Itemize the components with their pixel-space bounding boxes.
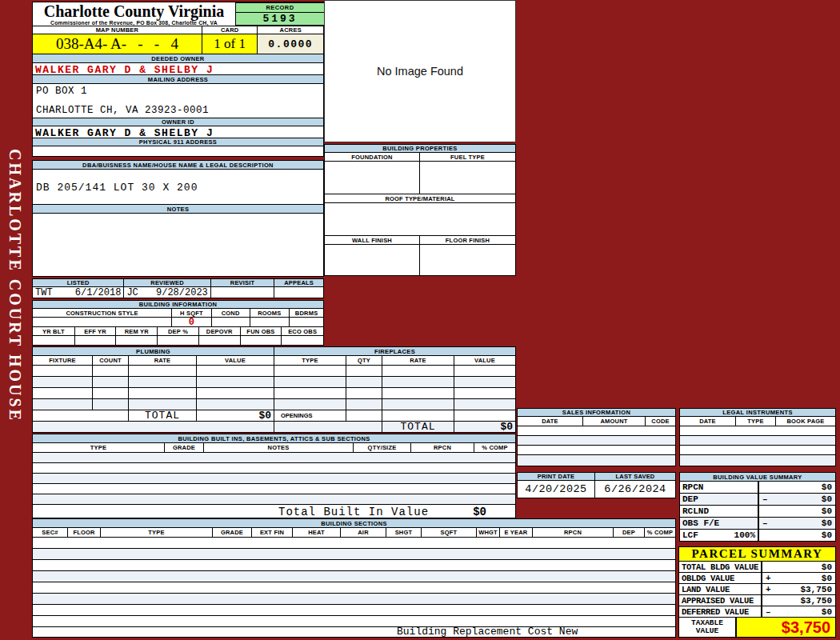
card-label: CARD <box>202 26 258 34</box>
legal-instruments-row <box>680 436 835 446</box>
parcel-label: TOTAL BLDG VALUE <box>679 562 762 572</box>
empty-cell <box>382 388 454 398</box>
parcel-row-land: LAND VALUE +$3,750 <box>679 584 835 595</box>
sec-col-label: SEC# <box>33 528 68 537</box>
rooms-value <box>250 318 290 326</box>
empty-cell <box>116 336 158 345</box>
date-col-label: DATE <box>680 417 736 426</box>
parcel-value: $3,750 <box>800 596 832 606</box>
qty-col-label: QTY <box>346 356 382 365</box>
building-sections-row <box>33 594 675 605</box>
bvs-label: OBS F/E <box>682 518 719 528</box>
legal-instruments-row <box>680 426 835 436</box>
building-info-header: BUILDING INFORMATION <box>33 301 323 309</box>
plumbing-total-row: TOTAL $0 <box>33 410 274 422</box>
bvs-pct: 100% <box>734 530 755 540</box>
empty-cell <box>33 399 93 410</box>
legal-description-panel: DBA/BUISNESS NAME/HOUSE NAME & LEGAL DES… <box>32 160 324 277</box>
empty-cell <box>382 366 454 376</box>
openings-row: OPENINGS <box>274 410 515 422</box>
wall-floor-cells <box>325 245 515 275</box>
empty-cell <box>454 366 515 376</box>
sales-info-panel: SALES INFORMATION DATE AMOUNT CODE <box>517 408 676 466</box>
rpcn-col-label: RPCN <box>533 528 614 537</box>
reviewed-label: REVIEWED <box>124 279 210 286</box>
value-col-label: VALUE <box>197 356 274 365</box>
empty-cell <box>197 388 274 398</box>
bvs-value: $0 <box>822 506 832 516</box>
empty-cell <box>129 366 197 376</box>
bvs-label: RCLND <box>682 506 709 516</box>
legal-instruments-panel: LEGAL INSTRUMENTS DATE TYPE BOOK PAGE <box>679 408 836 466</box>
bvs-label: LCF <box>682 530 698 540</box>
fireplaces-total-value: $0 <box>454 422 515 432</box>
construction-style-label: CONSTRUCTION STYLE <box>33 309 172 317</box>
year-values-row <box>33 336 323 345</box>
empty-cell <box>454 399 515 410</box>
bookpage-col-label: BOOK PAGE <box>776 417 835 426</box>
bvs-value: $0 <box>822 494 832 504</box>
building-sections-row <box>33 605 675 616</box>
building-sections-row <box>33 560 675 571</box>
building-replacement-footer: Building Replacement Cost New <box>33 627 675 637</box>
mailing-line1: PO BOX 1 <box>33 86 87 97</box>
plumbing-footer-row <box>33 422 274 432</box>
parcel-label: APPRAISED VALUE <box>679 595 762 606</box>
rate-col-label: RATE <box>382 356 454 365</box>
building-properties-header: BUILDING PROPERTIES <box>325 145 515 153</box>
empty-cell <box>241 336 282 345</box>
empty-cell <box>346 399 382 410</box>
title-block: Charlotte County Virginia Commissioner o… <box>33 2 235 26</box>
empty-cell <box>382 399 454 410</box>
building-value-summary-panel: BUILDING VALUE SUMMARY RPCN $0 DEP –$0 R… <box>679 472 836 542</box>
map-card-acres-labels: MAP NUMBER CARD ACRES <box>33 26 323 34</box>
empty-cell <box>346 366 382 376</box>
parcel-value: $0 <box>822 562 832 572</box>
empty-cell <box>93 388 129 398</box>
empty-cell <box>325 162 420 194</box>
property-record-card: { "sidebar": { "text": "CHARLOTTE COURT … <box>0 0 840 640</box>
revisit-label: REVISIT <box>211 279 275 286</box>
empty-cell <box>129 388 197 398</box>
bvs-value: $0 <box>822 482 832 492</box>
heat-col-label: HEAT <box>293 528 341 537</box>
empty-cell <box>274 388 346 398</box>
fireplaces-total-row: TOTAL $0 <box>274 422 515 432</box>
fuel-type-label: FUEL TYPE <box>420 153 515 161</box>
print-date-label: PRINT DATE <box>518 473 595 480</box>
grade-col-label: GRADE <box>213 528 252 537</box>
taxable-value-row: TAXABLE VALUE $3,750 <box>679 618 835 637</box>
built-ins-total-value: $0 <box>473 506 486 518</box>
card-value: 1 of 1 <box>202 34 258 54</box>
building-sections-header: BUILDING SECTIONS <box>33 519 675 528</box>
appeals-label: APPEALS <box>274 279 323 286</box>
depovr-label: DEPOVR <box>199 327 241 335</box>
deeded-owner-value: WALKER GARY D & SHELBY J <box>33 63 323 76</box>
date-col-label: DATE <box>518 417 583 426</box>
bdrms-value <box>290 318 323 326</box>
parcel-op: + <box>766 585 771 594</box>
listed-by: TWT <box>35 287 53 298</box>
legal-instruments-row <box>680 446 835 455</box>
rpcn-col-label: RPCN <box>411 443 474 452</box>
floor-col-label: FLOOR <box>68 528 101 537</box>
plumbing-row <box>33 377 274 388</box>
roof-type-label: ROOF TYPE/MATERIAL <box>325 194 515 202</box>
type-col-label: TYPE <box>274 356 346 365</box>
building-sections-row <box>33 538 675 549</box>
empty-cell <box>454 410 515 421</box>
parcel-summary-panel: PARCEL SUMMARY TOTAL BLDG VALUE $0 OBLDG… <box>678 546 836 638</box>
empty-cell <box>93 366 129 376</box>
bvs-row-dep: DEP –$0 <box>680 494 835 506</box>
sales-row <box>518 446 675 455</box>
parcel-value: $0 <box>822 574 832 583</box>
empty-cell <box>325 245 420 275</box>
parcel-row-appraised: APPRAISED VALUE $3,750 <box>679 595 835 606</box>
fixture-col-label: FIXTURE <box>33 356 93 365</box>
empty-cell <box>197 366 274 376</box>
empty-cell <box>197 399 274 410</box>
floor-finish-label: FLOOR FINISH <box>420 236 515 244</box>
comp-col-label: % COMP <box>474 443 515 452</box>
empty-cell <box>33 410 129 421</box>
empty-cell <box>274 399 346 410</box>
